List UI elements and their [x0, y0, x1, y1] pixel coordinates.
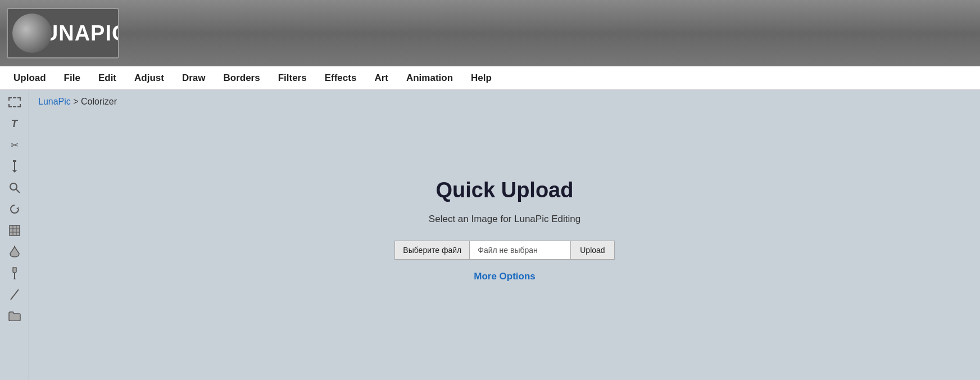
left-toolbar: T ✂	[0, 90, 29, 380]
selection-tool[interactable]	[6, 94, 24, 110]
breadcrumb-current-page: Colorizer	[81, 97, 117, 106]
nav-borders[interactable]: Borders	[214, 67, 269, 89]
nav-upload[interactable]: Upload	[4, 67, 55, 89]
nav-animation[interactable]: Animation	[397, 67, 462, 89]
upload-title: Quick Upload	[436, 178, 574, 202]
upload-button[interactable]: Upload	[570, 241, 614, 260]
content-area: T ✂	[0, 90, 980, 380]
pen-tool[interactable]	[6, 159, 24, 174]
nav-help[interactable]: Help	[462, 67, 501, 89]
svg-rect-2	[13, 160, 16, 162]
upload-section: Quick Upload Select an Image for LunaPic…	[29, 114, 980, 380]
text-tool[interactable]: T	[6, 116, 24, 132]
breadcrumb: LunaPic > Colorizer	[29, 90, 980, 114]
svg-rect-6	[10, 225, 20, 236]
nav-art[interactable]: Art	[365, 67, 397, 89]
header: LUNAPIC	[0, 0, 980, 66]
breadcrumb-home-link[interactable]: LunaPic	[38, 97, 71, 106]
paint-bucket-tool[interactable]	[6, 244, 24, 260]
eyedropper-icon	[10, 267, 19, 279]
file-upload-row: Выберите файл Файл не выбран Upload	[394, 241, 614, 260]
scissors-tool[interactable]: ✂	[6, 137, 24, 153]
svg-marker-1	[12, 170, 17, 173]
eyedropper-tool[interactable]	[6, 265, 24, 281]
scissors-icon: ✂	[11, 139, 19, 151]
more-options-link[interactable]: More Options	[474, 271, 536, 282]
folder-icon	[8, 311, 21, 321]
svg-point-3	[10, 183, 17, 190]
line-tool[interactable]	[6, 287, 24, 302]
grid-tool[interactable]	[6, 223, 24, 238]
grid-icon	[9, 225, 20, 236]
rotate-tool[interactable]	[6, 201, 24, 217]
pen-icon	[10, 160, 20, 173]
logo[interactable]: LUNAPIC	[7, 8, 119, 58]
rotate-icon	[9, 203, 20, 215]
svg-line-4	[16, 189, 20, 193]
logo-icon	[12, 13, 52, 53]
nav-filters[interactable]: Filters	[269, 67, 316, 89]
svg-rect-12	[13, 267, 16, 273]
breadcrumb-separator: >	[71, 97, 81, 106]
zoom-tool[interactable]	[6, 180, 24, 196]
text-icon: T	[11, 118, 17, 130]
main-content: LunaPic > Colorizer Quick Upload Select …	[29, 90, 980, 380]
svg-marker-5	[16, 207, 19, 209]
navbar: Upload File Edit Adjust Draw Borders Fil…	[0, 66, 980, 90]
paint-bucket-icon	[9, 246, 20, 258]
nav-draw[interactable]: Draw	[173, 67, 215, 89]
choose-file-button[interactable]: Выберите файл	[394, 241, 469, 260]
folder-tool[interactable]	[6, 308, 24, 324]
zoom-icon	[9, 182, 20, 193]
nav-effects[interactable]: Effects	[316, 67, 366, 89]
svg-point-14	[13, 278, 15, 280]
nav-edit[interactable]: Edit	[89, 67, 125, 89]
selection-icon	[8, 97, 21, 107]
upload-subtitle: Select an Image for LunaPic Editing	[429, 214, 580, 225]
file-name-display: Файл не выбран	[469, 241, 570, 260]
nav-adjust[interactable]: Adjust	[125, 67, 173, 89]
nav-file[interactable]: File	[55, 67, 89, 89]
line-icon	[10, 288, 20, 301]
svg-line-15	[11, 289, 19, 300]
